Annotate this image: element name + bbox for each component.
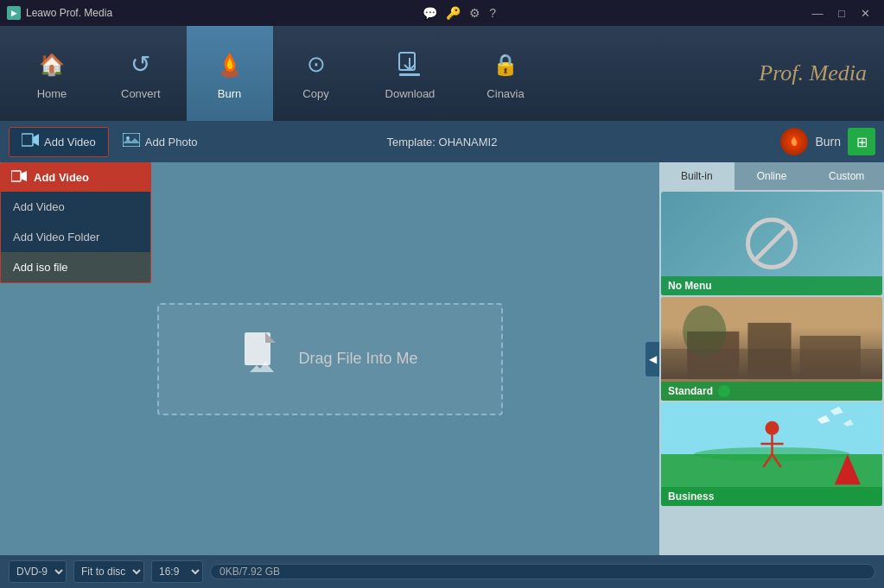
svg-marker-10 (21, 171, 27, 181)
tab-online[interactable]: Online (735, 162, 810, 190)
svg-rect-4 (22, 134, 33, 146)
tab-custom[interactable]: Custom (809, 162, 884, 190)
nav-home-label: Home (37, 87, 67, 100)
minimize-button[interactable]: — (806, 4, 829, 22)
dropdown-add-video[interactable]: Add Video (1, 192, 150, 222)
add-video-button[interactable]: Add Video (9, 127, 109, 157)
titlebar-controls: — □ ✕ (806, 4, 877, 22)
nav-cinavia[interactable]: 🔒 Cinavia (461, 26, 550, 121)
subtoolbar: Add Video Add Photo Template: OHANAMI2 B… (0, 121, 884, 162)
dropdown-add-iso-file[interactable]: Add iso file (1, 252, 150, 282)
drop-text: Drag File Into Me (298, 350, 417, 368)
add-photo-button[interactable]: Add Photo (111, 128, 210, 156)
no-symbol-icon (746, 218, 798, 269)
nav-download-label: Download (385, 87, 436, 100)
progress-text: 0KB/7.92 GB (219, 566, 280, 578)
chat-icon[interactable]: 💬 (423, 6, 437, 20)
titlebar: ▶ Leawo Prof. Media 💬 🔑 ⚙ ? — □ ✕ (0, 0, 884, 26)
dropdown-video-icon (11, 170, 27, 185)
aspect-select[interactable]: 16:9 (151, 560, 203, 583)
close-button[interactable]: ✕ (855, 4, 877, 22)
cinavia-icon: 🔒 (488, 47, 523, 82)
nav-convert[interactable]: ↺ Convert (95, 26, 187, 121)
video-icon (22, 133, 39, 151)
standard-badge (718, 385, 730, 397)
grid-icon: ⊞ (856, 134, 868, 150)
app-icon: ▶ (7, 6, 21, 20)
nav-burn[interactable]: Burn (187, 26, 273, 121)
fit-mode-select[interactable]: Fit to disc (73, 560, 144, 583)
grid-view-button[interactable]: ⊞ (848, 128, 875, 155)
convert-icon: ↺ (124, 47, 158, 82)
titlebar-icons: 💬 🔑 ⚙ ? (423, 6, 496, 20)
panel-tabs: Built-in Online Custom (659, 162, 884, 190)
svg-rect-6 (123, 133, 140, 147)
photo-icon (123, 133, 140, 151)
standard-label: Standard (661, 382, 882, 401)
aspect-select-wrap: 16:9 (151, 560, 203, 583)
app-title: Leawo Prof. Media (26, 7, 112, 19)
dropdown-add-video-folder[interactable]: Add Video Folder (1, 222, 150, 252)
help-icon[interactable]: ? (489, 6, 496, 20)
statusbar: DVD-9 Fit to disc 16:9 0KB/7.92 GB (0, 555, 884, 588)
right-panel: Built-in Online Custom No Menu (659, 162, 884, 555)
nav-copy-label: Copy (302, 87, 328, 100)
add-video-dropdown: Add Video Add Video Add Video Folder Add… (0, 162, 151, 283)
burn-action-button[interactable]: Burn (780, 128, 841, 155)
burn-nav-icon (213, 47, 247, 82)
template-no-menu[interactable]: No Menu (661, 192, 882, 295)
titlebar-left: ▶ Leawo Prof. Media (7, 6, 112, 20)
nav-burn-label: Burn (218, 87, 241, 100)
svg-marker-12 (265, 332, 276, 343)
burn-circle-icon (780, 128, 808, 155)
template-label: Template: OHANAMI2 (387, 136, 498, 149)
add-video-label: Add Video (44, 136, 96, 149)
download-icon (392, 47, 427, 82)
nav-copy[interactable]: ⊙ Copy (273, 26, 359, 121)
chevron-left-icon: ◀ (649, 353, 657, 365)
add-photo-label: Add Photo (145, 136, 198, 149)
nav-home[interactable]: 🏠 Home (9, 26, 95, 121)
svg-point-22 (765, 421, 779, 435)
collapse-panel-button[interactable]: ◀ (646, 342, 659, 376)
tab-built-in[interactable]: Built-in (659, 162, 735, 190)
drop-zone[interactable]: Drag File Into Me (157, 303, 503, 415)
dropdown-header-label: Add Video (34, 171, 89, 184)
key-icon[interactable]: 🔑 (446, 6, 461, 20)
main-area: Add Video Add Video Add Video Folder Add… (0, 162, 884, 555)
copy-icon: ⊙ (299, 47, 334, 82)
no-menu-label: No Menu (661, 276, 882, 295)
home-icon: 🏠 (35, 47, 69, 82)
disc-type-select[interactable]: DVD-9 (9, 560, 67, 583)
nav-convert-label: Convert (121, 87, 161, 100)
maximize-button[interactable]: □ (830, 4, 853, 22)
navbar: 🏠 Home ↺ Convert Burn ⊙ Copy Downloa (0, 26, 884, 121)
disc-type-select-wrap: DVD-9 (9, 560, 67, 583)
drop-file-icon (241, 332, 283, 386)
template-business[interactable]: Business (661, 402, 882, 506)
progress-bar: 0KB/7.92 GB (210, 564, 875, 579)
business-label: Business (661, 487, 882, 506)
nav-cinavia-label: Cinavia (487, 87, 524, 100)
svg-rect-3 (399, 73, 420, 76)
settings-icon[interactable]: ⚙ (469, 6, 480, 20)
svg-rect-9 (11, 171, 21, 181)
fit-mode-select-wrap: Fit to disc (73, 560, 144, 583)
template-standard[interactable]: Standard (661, 297, 882, 401)
svg-marker-8 (123, 138, 140, 143)
svg-marker-5 (33, 134, 39, 146)
nav-download[interactable]: Download (359, 26, 461, 121)
dropdown-header: Add Video (1, 163, 150, 192)
burn-label: Burn (815, 135, 841, 149)
template-list: No Menu Standard (659, 190, 884, 555)
brand-logo: Prof. Media (759, 60, 867, 86)
